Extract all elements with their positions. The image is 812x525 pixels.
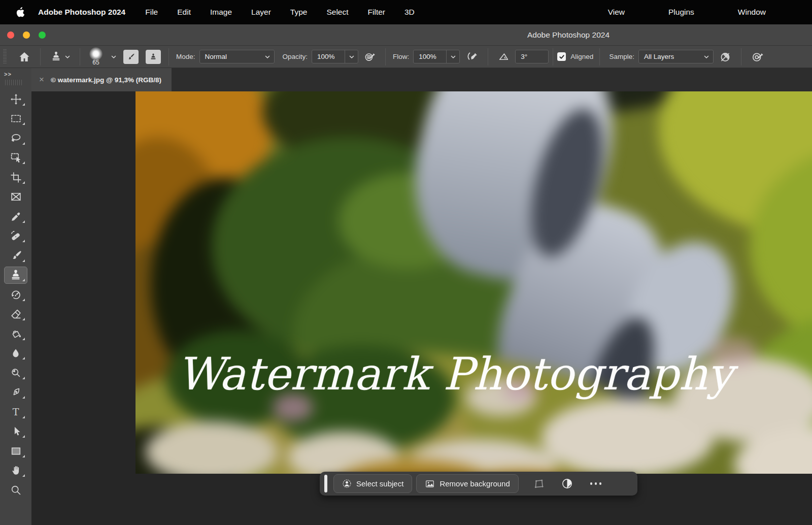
tool-zoom[interactable] — [0, 480, 31, 500]
separator — [168, 48, 169, 65]
tool-path-selection[interactable] — [0, 422, 31, 442]
window-title: Adobe Photoshop 2024 — [527, 24, 610, 46]
menu-plugins[interactable]: Plugins — [659, 8, 704, 17]
tool-spot-healing-brush[interactable] — [0, 226, 31, 246]
menu-filter[interactable]: Filter — [358, 8, 395, 17]
aligned-checkbox[interactable] — [557, 52, 566, 61]
collapse-tools-button[interactable]: >> — [0, 68, 31, 79]
tools-panel: >> — [0, 68, 31, 525]
tool-eyedropper[interactable] — [0, 207, 31, 226]
tab-close-icon[interactable]: × — [39, 75, 44, 85]
eyedropper-slash-icon — [719, 50, 732, 63]
separator — [741, 48, 741, 65]
menu-view[interactable]: View — [598, 8, 634, 17]
size-pressure-button[interactable] — [746, 47, 769, 67]
airbrush-button[interactable] — [460, 47, 484, 67]
apple-menu-icon[interactable] — [0, 7, 38, 18]
tool-type[interactable]: T — [0, 402, 31, 422]
home-button[interactable] — [13, 47, 36, 67]
chevron-down-icon — [264, 54, 270, 60]
window-title-bar: Adobe Photoshop 2024 — [0, 24, 812, 46]
check-icon — [559, 54, 565, 60]
transform-image-button[interactable] — [525, 478, 553, 490]
more-options-button[interactable] — [582, 482, 610, 485]
menu-window[interactable]: Window — [728, 8, 775, 17]
clone-stamp-icon — [50, 50, 62, 63]
tool-gradient[interactable] — [0, 324, 31, 344]
zoom-window-button[interactable] — [39, 31, 46, 39]
ellipsis-icon — [590, 482, 602, 485]
tool-rectangle[interactable] — [0, 441, 31, 461]
minimize-window-button[interactable] — [23, 31, 30, 39]
angle-icon — [497, 50, 510, 63]
opacity-label: Opacity: — [283, 53, 308, 60]
angle-field[interactable]: 3° — [515, 50, 549, 63]
menu-type[interactable]: Type — [281, 8, 317, 17]
opacity-field[interactable]: 100% — [312, 50, 358, 63]
brush-angle-indicator — [492, 47, 515, 67]
menu-edit[interactable]: Edit — [167, 8, 200, 17]
chevron-down-icon — [64, 54, 71, 60]
taskbar-drag-handle[interactable] — [324, 475, 327, 493]
flow-field[interactable]: 100% — [413, 50, 460, 63]
document-tab-title: © watermark.jpg @ 91,3% (RGB/8) — [51, 76, 161, 84]
document-tab[interactable]: × © watermark.jpg @ 91,3% (RGB/8) — [31, 68, 172, 91]
select-subject-icon — [342, 479, 352, 488]
separator — [385, 48, 386, 65]
tool-clone-stamp[interactable] — [0, 266, 31, 285]
menu-file[interactable]: File — [136, 8, 167, 17]
separator — [488, 48, 488, 65]
sample-select[interactable]: All Layers — [638, 50, 714, 63]
pressure-size-icon — [751, 50, 764, 63]
tool-eraser[interactable] — [0, 305, 31, 324]
menu-select[interactable]: Select — [317, 8, 358, 17]
macos-menu-bar: Adobe Photoshop 2024 File Edit Image Lay… — [0, 0, 812, 24]
chevron-down-icon — [349, 54, 355, 60]
tool-history-brush[interactable] — [0, 285, 31, 305]
mode-label: Mode: — [176, 53, 195, 60]
canvas-area[interactable]: Watermark Photography — [31, 91, 812, 525]
create-adjustment-button[interactable] — [553, 478, 582, 489]
airbrush-icon — [465, 50, 479, 63]
menu-app-name[interactable]: Adobe Photoshop 2024 — [38, 8, 136, 17]
tool-object-selection[interactable] — [0, 148, 31, 168]
tool-crop[interactable] — [0, 168, 31, 187]
opacity-pressure-button[interactable] — [358, 47, 381, 67]
tool-lasso[interactable] — [0, 128, 31, 148]
brush-size-value: 65 — [92, 59, 99, 66]
aligned-label: Aligned — [570, 53, 593, 60]
tool-options-bar: 65 Mode: Normal Opacity: 100% Flow: 100% — [0, 46, 812, 68]
ignore-adjustment-layers-button[interactable] — [714, 47, 737, 67]
select-subject-button[interactable]: Select subject — [333, 474, 412, 493]
chevron-down-icon — [703, 54, 709, 60]
angle-value: 3° — [516, 53, 548, 60]
tool-preset-picker[interactable] — [45, 47, 76, 67]
sample-value: All Layers — [639, 53, 700, 60]
tool-rectangular-marquee[interactable] — [0, 109, 31, 129]
flow-label: Flow: — [393, 53, 409, 60]
options-bar-grip[interactable] — [3, 49, 7, 64]
tool-hand[interactable] — [0, 461, 31, 481]
type-tool-glyph: T — [13, 407, 19, 417]
mode-select[interactable]: Normal — [199, 50, 275, 63]
tool-brush[interactable] — [0, 246, 31, 266]
tool-dodge[interactable] — [0, 363, 31, 383]
close-window-button[interactable] — [7, 31, 14, 39]
menu-image[interactable]: Image — [200, 8, 242, 17]
transform-icon — [533, 478, 545, 490]
document-tab-strip: × © watermark.jpg @ 91,3% (RGB/8) — [31, 68, 812, 91]
tool-move[interactable] — [0, 89, 31, 109]
tools-panel-grip[interactable] — [5, 80, 23, 85]
tool-pen[interactable] — [0, 383, 31, 403]
brush-settings-panel-button[interactable] — [123, 50, 139, 64]
tool-frame[interactable] — [0, 187, 31, 207]
contextual-task-bar: Select subject Remove background — [320, 472, 637, 496]
brush-preset-picker[interactable]: 65 — [84, 47, 108, 67]
chevron-down-icon[interactable] — [111, 54, 117, 60]
remove-background-button[interactable]: Remove background — [416, 474, 518, 493]
menu-3d[interactable]: 3D — [395, 8, 424, 17]
tool-blur[interactable] — [0, 344, 31, 364]
menu-layer[interactable]: Layer — [242, 8, 281, 17]
document-image[interactable]: Watermark Photography — [136, 91, 812, 474]
clone-source-panel-button[interactable] — [146, 50, 161, 64]
